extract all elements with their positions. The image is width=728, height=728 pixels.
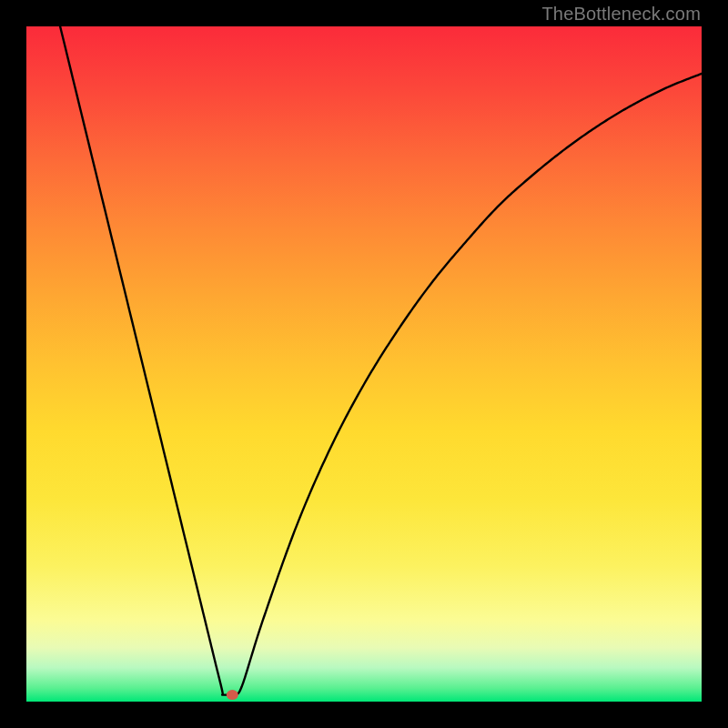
- minimum-marker: [227, 690, 238, 700]
- plot-area: [26, 26, 702, 702]
- bottleneck-curve: [60, 26, 702, 695]
- chart-frame: TheBottleneck.com: [0, 0, 728, 728]
- curve-layer: [26, 26, 702, 702]
- watermark-text: TheBottleneck.com: [541, 4, 701, 25]
